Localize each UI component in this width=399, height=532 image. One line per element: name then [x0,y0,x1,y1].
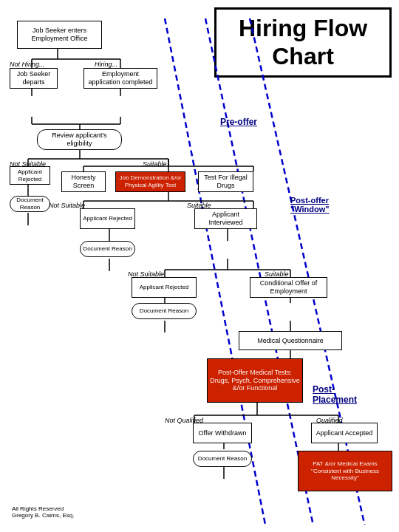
suitable-1-label: Suitable [143,160,167,168]
job-seeker-box: Job Seeker enters Employment Office [17,21,102,49]
hiring-label: Hiring... [95,61,117,68]
flow-area: Job Seeker enters Employment Office Not … [6,7,398,525]
document-reason-3-box: Document Reason [132,303,197,319]
pre-offer-label: Pre-offer [220,117,257,127]
job-demo-box: Job Demonstration &/or Physical Agility … [115,171,185,192]
document-reason-2-box: Document Reason [80,241,135,257]
job-seeker-departs-box: Job Seeker departs [10,68,58,89]
applicant-rejected-3-box: Applicant Rejected [132,277,197,298]
offer-withdrawn-box: Offer Withdrawn [193,423,252,443]
footer: All Rights Reserved Gregory B. Cairns, E… [12,505,74,519]
post-offer-label: Post-offer"Window" [290,196,330,214]
pat-exams-box: PAT &/or Medical Exams "Consistent with … [298,451,392,491]
document-reason-4-box: Document Reason [193,451,252,467]
post-offer-medical-box: Post-Offer Medical Tests: Drugs, Psych, … [207,358,303,403]
svg-line-1 [205,18,316,525]
review-eligibility-box: Review applicant's eligibility [37,129,122,150]
svg-line-0 [165,18,268,525]
main-container: Hiring Flow Chart [0,0,399,532]
test-drugs-box: Test For Illegal Drugs [198,171,253,192]
document-reason-1-box: Document Reason [10,196,50,212]
applicant-rejected-1-box: Applicant Rejected [10,166,50,185]
employment-app-box: Employment application completed [83,68,157,89]
post-placement-label: Post-Placement [313,384,357,405]
honesty-screen-box: Honesty Screen [61,171,106,192]
not-hiring-label: Not Hiring... [10,61,45,68]
conditional-offer-box: Conditional Offer of Employment [250,277,327,298]
applicant-interviewed-box: Applicant Interviewed [194,208,257,229]
applicant-accepted-box: Applicant Accepted [311,423,378,443]
connectors-svg [6,7,398,525]
medical-questionnaire-box: Medical Questionnaire [239,331,342,350]
applicant-rejected-2-box: Applicant Rejected [80,208,135,229]
